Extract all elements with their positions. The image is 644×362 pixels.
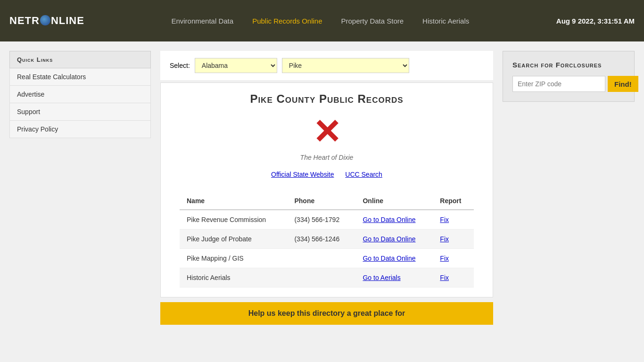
- cell-report: Fix: [433, 268, 474, 288]
- cell-name: Historic Aerials: [180, 268, 287, 288]
- select-label: Select:: [170, 62, 190, 69]
- records-table: Name Phone Online Report Pike Revenue Co…: [180, 192, 474, 288]
- select-area: Select: Alabama Pike: [160, 51, 493, 80]
- county-emblem: ✕: [180, 115, 474, 149]
- nav-property-data-store[interactable]: Property Data Store: [332, 12, 413, 30]
- yellow-banner-text: Help us keep this directory a great plac…: [248, 309, 405, 317]
- col-report: Report: [433, 192, 474, 210]
- online-link[interactable]: Go to Aerials: [363, 274, 400, 281]
- report-link[interactable]: Fix: [440, 235, 449, 243]
- zip-input[interactable]: [512, 76, 605, 92]
- cell-phone: [287, 249, 355, 268]
- cell-phone: (334) 566-1246: [287, 230, 355, 249]
- online-link[interactable]: Go to Data Online: [363, 255, 415, 262]
- online-link[interactable]: Go to Data Online: [363, 216, 415, 223]
- cell-report: Fix: [433, 249, 474, 268]
- col-name: Name: [180, 192, 287, 210]
- table-row: Pike Mapping / GISGo to Data OnlineFix: [180, 249, 474, 268]
- sidebar-link-support[interactable]: Support: [9, 103, 151, 121]
- main-nav: Environmental Data Public Records Online…: [162, 12, 479, 30]
- county-title: Pike County Public Records: [180, 92, 474, 106]
- table-header-row: Name Phone Online Report: [180, 192, 474, 210]
- foreclosure-title: Search for Forclosures: [512, 61, 625, 69]
- table-row: Pike Revenue Commission(334) 566-1792Go …: [180, 210, 474, 230]
- official-state-website-link[interactable]: Official State Website: [271, 171, 334, 178]
- center-column: Select: Alabama Pike Pike County Public …: [160, 51, 493, 325]
- right-sidebar: Search for Forclosures Find!: [503, 51, 635, 325]
- state-select[interactable]: Alabama: [195, 58, 277, 73]
- red-x-icon: ✕: [313, 115, 341, 149]
- sidebar-link-calculators[interactable]: Real Estate Calculators: [9, 68, 151, 86]
- nav-environmental-data[interactable]: Environmental Data: [162, 12, 243, 30]
- report-link[interactable]: Fix: [440, 274, 449, 281]
- cell-report: Fix: [433, 210, 474, 230]
- col-phone: Phone: [287, 192, 355, 210]
- cell-phone: (334) 566-1792: [287, 210, 355, 230]
- county-motto: The Heart of Dixie: [180, 154, 474, 161]
- report-link[interactable]: Fix: [440, 255, 449, 262]
- foreclosure-form: Find!: [512, 76, 625, 92]
- nav-historic-aerials[interactable]: Historic Aerials: [413, 12, 479, 30]
- cell-online: Go to Aerials: [355, 268, 433, 288]
- sidebar-link-advertise[interactable]: Advertise: [9, 86, 151, 103]
- report-link[interactable]: Fix: [440, 216, 449, 223]
- cell-name: Pike Mapping / GIS: [180, 249, 287, 268]
- county-links: Official State Website UCC Search: [180, 171, 474, 178]
- foreclosure-box: Search for Forclosures Find!: [503, 51, 635, 102]
- county-select[interactable]: Pike: [282, 58, 409, 73]
- county-content: Pike County Public Records ✕ The Heart o…: [160, 82, 493, 297]
- cell-name: Pike Revenue Commission: [180, 210, 287, 230]
- page-wrapper: Quick Links Real Estate Calculators Adve…: [0, 41, 644, 362]
- cell-online: Go to Data Online: [355, 230, 433, 249]
- yellow-banner: Help us keep this directory a great plac…: [160, 302, 493, 325]
- table-row: Pike Judge of Probate(334) 566-1246Go to…: [180, 230, 474, 249]
- online-link[interactable]: Go to Data Online: [363, 235, 415, 243]
- ucc-search-link[interactable]: UCC Search: [345, 171, 382, 178]
- logo-text: NETRNLINE: [9, 15, 84, 27]
- datetime-display: Aug 9 2022, 3:31:51 AM: [556, 17, 635, 25]
- inner-content: Quick Links Real Estate Calculators Adve…: [0, 41, 644, 334]
- sidebar: Quick Links Real Estate Calculators Adve…: [9, 51, 151, 325]
- cell-name: Pike Judge of Probate: [180, 230, 287, 249]
- cell-online: Go to Data Online: [355, 210, 433, 230]
- table-row: Historic AerialsGo to AerialsFix: [180, 268, 474, 288]
- cell-phone: [287, 268, 355, 288]
- col-online: Online: [355, 192, 433, 210]
- logo[interactable]: NETRNLINE: [9, 15, 84, 27]
- nav-public-records[interactable]: Public Records Online: [243, 12, 331, 30]
- quick-links-title: Quick Links: [9, 51, 151, 68]
- find-button[interactable]: Find!: [608, 76, 638, 92]
- table-body: Pike Revenue Commission(334) 566-1792Go …: [180, 210, 474, 288]
- globe-icon: [40, 15, 50, 25]
- sidebar-link-privacy[interactable]: Privacy Policy: [9, 121, 151, 138]
- page-header: NETRNLINE Environmental Data Public Reco…: [0, 0, 644, 41]
- cell-report: Fix: [433, 230, 474, 249]
- cell-online: Go to Data Online: [355, 249, 433, 268]
